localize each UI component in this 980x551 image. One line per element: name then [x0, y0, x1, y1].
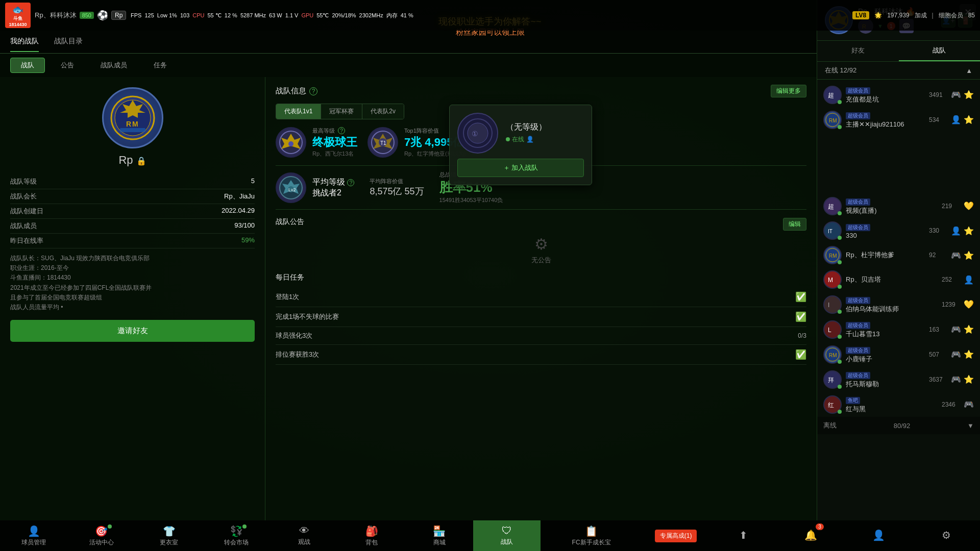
- member-avatar: M: [823, 270, 842, 289]
- popup-rank-icon: ①: [457, 113, 498, 154]
- inner-tab-tasks[interactable]: 任务: [143, 58, 178, 73]
- member-badge: 超级会员: [846, 112, 870, 119]
- svg-text:M: M: [828, 277, 833, 284]
- nav-notifications[interactable]: 3 🔔: [777, 520, 845, 551]
- svg-text:RM: RM: [829, 353, 837, 358]
- activity-icon: 🎯: [95, 525, 108, 537]
- stats-tab-cup[interactable]: 冠军杯赛: [321, 104, 362, 119]
- svg-text:超: 超: [828, 203, 834, 210]
- rp-badge: Rp: [111, 11, 126, 20]
- nav-player-management[interactable]: 👤 球员管理: [0, 520, 67, 551]
- nav-team[interactable]: 🛡 战队: [473, 520, 541, 551]
- notification-badge: 3: [816, 523, 824, 530]
- nav-transfer-market[interactable]: 💱 转会市场: [203, 520, 270, 551]
- task-complete-1: ✅: [795, 311, 806, 322]
- notice-section: 战队公告 编辑 ⚙ 无公告: [276, 217, 806, 265]
- svg-text:Lv2: Lv2: [288, 187, 296, 192]
- nav-backpack[interactable]: 🎒 背包: [338, 520, 405, 551]
- task-item-2: 球员强化3次 0/3: [276, 327, 806, 345]
- sidebar-tab-team[interactable]: 战队: [899, 41, 981, 61]
- member-info: 超级会员 视频(直播): [846, 196, 938, 215]
- svg-text:①: ①: [472, 130, 478, 138]
- stats-tab-2v[interactable]: 代表队2v: [362, 104, 404, 119]
- member-info: 超级会员 小鹿锤子: [846, 345, 925, 364]
- nav-settings[interactable]: ⚙: [913, 520, 980, 551]
- popup-online: 在线 👤: [506, 135, 547, 144]
- nav-shop[interactable]: 🏪 商城: [405, 520, 473, 551]
- member-avatar: RM: [823, 345, 842, 364]
- team-icon: 🛡: [502, 525, 512, 537]
- member-item[interactable]: RM 超级会员 小鹿锤子 507 🎮⭐: [817, 342, 980, 367]
- info-level: 战队等级 5: [10, 174, 255, 189]
- member-avatar: 超: [823, 197, 842, 215]
- svg-text:IT: IT: [828, 229, 832, 234]
- member-actions: 💛: [964, 201, 974, 211]
- avg-val-value: 8,575亿 55万: [370, 185, 424, 197]
- nav-spectate[interactable]: 👁 观战: [271, 520, 338, 551]
- avg-val-label: 平均阵容价值: [370, 178, 424, 185]
- sidebar-tab-friends[interactable]: 好友: [817, 41, 899, 61]
- member-item[interactable]: 红 鱼吧 红与黑 2346 🎮: [817, 392, 980, 417]
- avg-level-value: 挑战者2: [312, 188, 354, 198]
- svg-text:T1: T1: [380, 140, 386, 146]
- content-area: R M Rp 🔒 战队等级 5 战队会长: [0, 77, 817, 520]
- nav-special-offer[interactable]: 专属高成(1): [642, 520, 709, 551]
- task-complete-0: ✅: [795, 291, 806, 303]
- member-item[interactable]: I 超级会员 伯纳乌体能训练师 1239 💛: [817, 292, 980, 317]
- member-info: 超级会员 伯纳乌体能训练师: [846, 295, 938, 314]
- member-item[interactable]: RM 超级会员 主播✕✕jiaju921106 534 👤⭐: [817, 107, 980, 132]
- member-badge: 超级会员: [846, 372, 870, 379]
- inner-tabs: 战队 公告 战队成员 任务: [0, 54, 817, 77]
- nav-activity-center[interactable]: 🎯 活动中心: [67, 520, 135, 551]
- member-item[interactable]: L 超级会员 千山暮雪13 163 🎮⭐: [817, 317, 980, 342]
- member-item[interactable]: 超 超级会员 充值都是坑 3491 🎮⭐: [817, 82, 980, 107]
- stats-tab-1v1[interactable]: 代表队1v1: [276, 104, 321, 119]
- member-info: 鱼吧 红与黑: [846, 395, 938, 414]
- best-sub: Rp、西飞尔13名: [312, 150, 357, 158]
- svg-text:R: R: [126, 120, 131, 128]
- nav-profile[interactable]: 👤: [845, 520, 912, 551]
- section-title: 战队信息 ?: [276, 86, 317, 96]
- user-name: Rp、科科沐沐: [35, 11, 77, 20]
- fc-icon: 📋: [585, 525, 598, 537]
- member-badge: 超级会员: [846, 297, 870, 304]
- nav-upload[interactable]: ⬆: [709, 520, 777, 551]
- member-item[interactable]: M Rp、贝吉塔 252 👤: [817, 267, 980, 292]
- team-info-section: 战队等级 5 战队会长 Rp、JiaJu 战队创建日 2022.04.29 战队…: [10, 174, 255, 248]
- team-desc: 战队队长：SUG、JiaJu 现效力陕西联合电竞俱乐部 职业生涯：2016-至今…: [10, 254, 255, 312]
- spectate-icon: 👁: [299, 525, 309, 537]
- member-actions: 🎮⭐: [951, 90, 974, 99]
- task-item-3: 排位赛获胜3次 ✅: [276, 345, 806, 365]
- edit-button[interactable]: 编辑更多: [771, 85, 806, 97]
- wardrobe-icon: 👕: [163, 525, 176, 537]
- stats-tabs: 代表队1v1 冠军杯赛 代表队2v: [276, 104, 404, 119]
- member-avatar: 拜: [823, 370, 842, 389]
- join-team-button[interactable]: ＋ 加入战队: [457, 159, 584, 177]
- member-item[interactable]: IT 超级会员 330 330 👤⭐: [817, 218, 980, 243]
- members-list: 超 超级会员 充值都是坑 3491 🎮⭐ RM 超级会员 主播✕✕jiaju92…: [817, 80, 980, 520]
- task-item-1: 完成1场不失球的比赛 ✅: [276, 307, 806, 327]
- inner-tab-team[interactable]: 战队: [10, 58, 45, 73]
- best-value: 终极球王: [312, 135, 357, 150]
- section-header: 战队信息 ? 编辑更多: [276, 85, 806, 97]
- top-bar: 🐟 斗鱼 1814430 Rp、科科沐沐 850 ⚽ Rp FPS 125 Lo…: [0, 0, 980, 31]
- notice-edit-button[interactable]: 编辑: [783, 218, 806, 231]
- member-avatar: 超: [823, 86, 842, 104]
- svg-text:超: 超: [828, 92, 834, 99]
- nav-wardrobe[interactable]: 👕 更衣室: [135, 520, 203, 551]
- member-actions: 👤: [964, 275, 974, 285]
- inner-tab-members[interactable]: 战队成员: [90, 58, 138, 73]
- member-item[interactable]: 超 超级会员 视频(直播) 219 💛: [817, 193, 980, 218]
- nav-fc-newbie[interactable]: 📋 FC新手成长宝: [541, 520, 642, 551]
- member-item[interactable]: 拜 超级会员 托马斯穆勒 3637 🎮⭐: [817, 367, 980, 392]
- tab-team-list[interactable]: 战队目录: [54, 32, 83, 52]
- inner-tab-notice[interactable]: 公告: [50, 58, 85, 73]
- member-badge: 超级会员: [846, 224, 870, 231]
- invite-button[interactable]: 邀请好友: [10, 320, 255, 342]
- member-badge: 超级会员: [846, 347, 870, 354]
- member-item[interactable]: RM Rp、杜宇博他爹 92 🎮⭐: [817, 243, 980, 267]
- member-avatar: RM: [823, 111, 842, 129]
- svg-text:红: 红: [828, 402, 834, 409]
- member-actions: 🎮⭐: [951, 324, 974, 334]
- tab-my-team[interactable]: 我的战队: [10, 32, 39, 52]
